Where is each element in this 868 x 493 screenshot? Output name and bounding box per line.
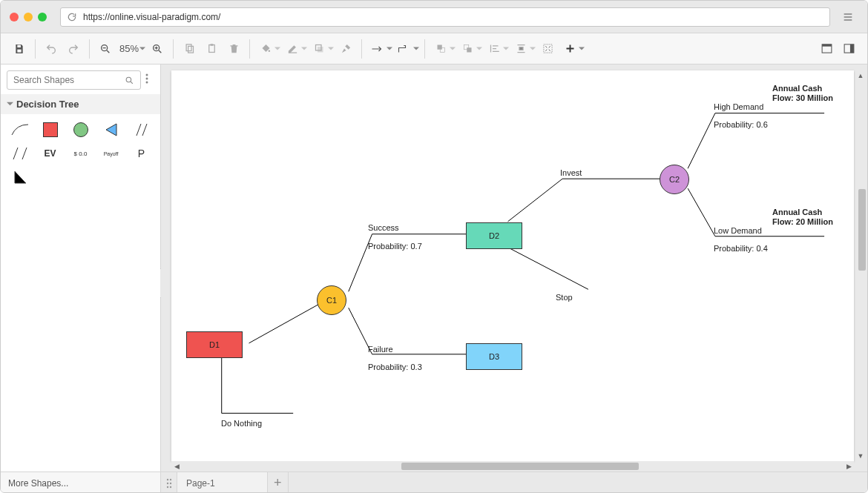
shape-palette: EV $ 0.0 Payoff P: [1, 114, 160, 193]
zoom-level[interactable]: 85%: [116, 43, 142, 54]
format-painter-button[interactable]: [335, 38, 357, 60]
canvas[interactable]: D1 C1 D2 D3 C2 Do Nothing Success Probab…: [171, 70, 854, 461]
panel-toggle-right-button[interactable]: [838, 38, 860, 60]
fill-icon: [260, 43, 272, 54]
svg-rect-11: [318, 47, 323, 53]
label-low-demand[interactable]: Low Demand: [714, 226, 762, 235]
shape-ev[interactable]: EV: [40, 145, 61, 162]
shape-decision[interactable]: [40, 122, 61, 138]
svg-point-24: [146, 82, 148, 84]
page-menu-button[interactable]: [161, 472, 177, 494]
label-cash30a[interactable]: Annual Cash: [772, 84, 822, 93]
page-tab-1[interactable]: Page-1: [177, 472, 268, 494]
scroll-down-icon[interactable]: ▼: [855, 451, 866, 461]
shape-branch[interactable]: [10, 122, 30, 138]
node-d1[interactable]: D1: [186, 331, 243, 358]
label-prob03[interactable]: Probability: 0.3: [368, 363, 422, 371]
svg-point-22: [146, 74, 148, 76]
diagram-edges: [171, 70, 854, 461]
svg-rect-9: [288, 53, 296, 53]
hscroll-thumb[interactable]: [401, 463, 639, 470]
copy-button[interactable]: [178, 38, 200, 60]
more-shapes-button[interactable]: More Shapes...: [1, 472, 161, 493]
zoom-out-icon: [99, 43, 111, 55]
redo-button[interactable]: [62, 38, 85, 60]
fill-dropdown[interactable]: [274, 38, 281, 60]
svg-point-23: [146, 78, 148, 80]
panel-toggle-left-button[interactable]: [815, 38, 838, 60]
shape-chance[interactable]: [70, 122, 91, 138]
sidebar-menu-button[interactable]: [145, 73, 154, 87]
label-cash30b[interactable]: Flow: 30 Million: [772, 93, 833, 102]
label-failure[interactable]: Failure: [368, 345, 393, 354]
connector-ortho-dropdown[interactable]: [412, 38, 420, 60]
scroll-left-icon[interactable]: ◀: [171, 461, 182, 472]
shape-cost[interactable]: $ 0.0: [70, 145, 91, 162]
add-page-button[interactable]: +: [268, 472, 289, 494]
svg-rect-0: [17, 44, 21, 47]
shape-p[interactable]: P: [131, 145, 152, 162]
vscroll-thumb[interactable]: [858, 189, 866, 271]
svg-rect-5: [188, 46, 193, 53]
panel-left-icon: [821, 42, 833, 55]
footer: More Shapes... Page-1 +: [1, 472, 867, 493]
delete-button[interactable]: [223, 38, 245, 60]
node-d2[interactable]: D2: [466, 222, 522, 249]
shape-lines1[interactable]: [131, 122, 152, 138]
to-front-dropdown[interactable]: [449, 38, 456, 60]
vertical-scrollbar[interactable]: ▲ ▼: [855, 70, 866, 461]
close-dot[interactable]: [10, 13, 19, 21]
distribute-dropdown[interactable]: [529, 38, 536, 60]
label-do-nothing[interactable]: Do Nothing: [221, 419, 262, 428]
plus-icon: [565, 43, 576, 54]
scroll-right-icon[interactable]: ▶: [844, 461, 854, 472]
browser-menu-button[interactable]: [838, 7, 858, 27]
chevron-down-icon: [328, 46, 334, 52]
brush-icon: [341, 43, 352, 54]
shadow-dropdown[interactable]: [327, 38, 335, 60]
save-button[interactable]: [8, 38, 30, 60]
svg-point-28: [169, 482, 171, 483]
label-prob04[interactable]: Probability: 0.4: [714, 244, 768, 253]
shape-end[interactable]: [101, 122, 122, 138]
label-high-demand[interactable]: High Demand: [714, 102, 763, 111]
arrow-right-icon: [371, 44, 384, 54]
search-input[interactable]: [13, 75, 125, 85]
shape-axis[interactable]: [10, 169, 30, 185]
front-icon: [435, 43, 447, 54]
add-dropdown[interactable]: [578, 38, 585, 60]
zoom-dropdown[interactable]: [139, 38, 146, 60]
search-shapes-box[interactable]: [7, 70, 141, 90]
panel-decision-tree[interactable]: Decision Tree: [1, 94, 160, 114]
paste-icon: [206, 43, 217, 54]
horizontal-scrollbar[interactable]: ◀ ▶: [171, 461, 854, 472]
shape-payoff[interactable]: Payoff: [101, 145, 122, 162]
stroke-dropdown[interactable]: [300, 38, 308, 60]
label-stop[interactable]: Stop: [556, 293, 573, 302]
svg-rect-18: [822, 44, 832, 47]
scroll-up-icon[interactable]: ▲: [855, 70, 866, 81]
node-d3[interactable]: D3: [466, 343, 522, 370]
label-invest[interactable]: Invest: [560, 168, 582, 177]
zoom-in-button[interactable]: [146, 38, 168, 60]
zoom-out-button[interactable]: [94, 38, 116, 60]
connector-straight-dropdown[interactable]: [386, 38, 393, 60]
shape-lines2[interactable]: [10, 145, 30, 162]
to-back-dropdown[interactable]: [476, 38, 483, 60]
fit-button[interactable]: [536, 38, 559, 60]
undo-button[interactable]: [40, 38, 62, 60]
paste-button[interactable]: [200, 38, 223, 60]
align-dropdown[interactable]: [502, 38, 510, 60]
label-cash20b[interactable]: Flow: 20 Million: [772, 217, 833, 226]
svg-rect-6: [208, 45, 214, 53]
label-success[interactable]: Success: [368, 223, 399, 232]
chevron-down-icon: [476, 46, 482, 52]
label-prob06[interactable]: Probability: 0.6: [714, 120, 768, 129]
minimize-dot[interactable]: [24, 13, 33, 21]
node-c2[interactable]: C2: [660, 165, 689, 194]
label-prob07[interactable]: Probability: 0.7: [368, 242, 422, 251]
url-bar[interactable]: https://online.visual-paradigm.com/: [60, 7, 830, 27]
label-cash20a[interactable]: Annual Cash: [772, 208, 822, 216]
maximize-dot[interactable]: [38, 13, 47, 21]
node-c1[interactable]: C1: [317, 285, 346, 315]
